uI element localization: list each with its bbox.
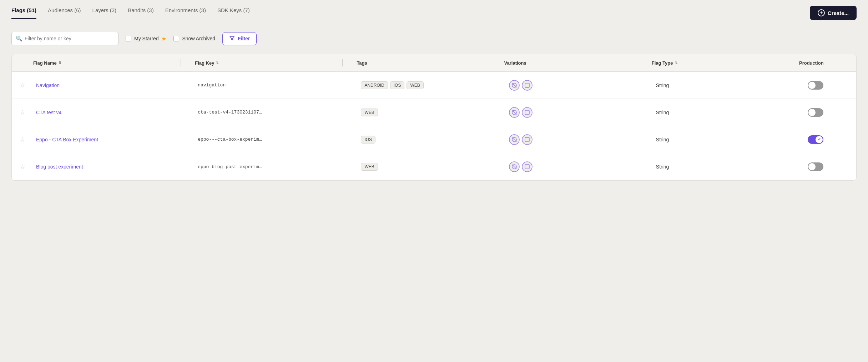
star-cell: ☆	[12, 163, 33, 171]
col-flag-key-sort[interactable]: ⇅	[216, 61, 219, 65]
production-toggle[interactable]	[808, 81, 823, 90]
variations-cell	[504, 161, 652, 172]
search-icon: 🔍	[16, 35, 22, 42]
my-starred-checkbox[interactable]	[126, 36, 131, 41]
tag-badge: WEB	[361, 109, 378, 116]
col-flag-type-label: Flag Type	[652, 60, 673, 66]
star-cell: ☆	[12, 81, 33, 89]
flag-type-cell: String	[652, 164, 799, 170]
row-star-icon[interactable]: ☆	[20, 136, 25, 144]
variation-icon-2	[521, 161, 533, 172]
toggle-knob	[808, 82, 816, 89]
flags-table: Flag Name ⇅ Flag Key ⇅ Tags Variations F…	[11, 54, 857, 181]
flag-name-link[interactable]: Navigation	[36, 82, 60, 88]
col-tags-label: Tags	[357, 60, 367, 66]
col-variations-label: Variations	[504, 60, 526, 66]
table-row: ☆ Blog post experiment eppo-blog-post-ex…	[12, 153, 856, 180]
flag-type-cell: String	[652, 137, 799, 142]
show-archived-checkbox-label[interactable]: Show Archived	[173, 36, 215, 41]
svg-point-3	[522, 80, 532, 90]
col-flag-type-sort[interactable]: ⇅	[675, 61, 678, 65]
flag-key-cell: cta-test-v4-1730231107…	[195, 110, 342, 115]
row-star-icon[interactable]: ☆	[20, 109, 25, 116]
svg-point-8	[522, 107, 532, 117]
variation-icon-1	[509, 107, 520, 118]
tag-badge: WEB	[407, 81, 423, 89]
flag-name-link[interactable]: CTA test v4	[36, 110, 61, 115]
col-tags: Tags	[357, 60, 504, 66]
tags-cell: WEB	[357, 163, 504, 171]
star-cell: ☆	[12, 136, 33, 144]
show-archived-label: Show Archived	[182, 36, 215, 41]
variation-icon-2	[521, 134, 533, 145]
search-wrapper: 🔍	[11, 32, 118, 45]
search-input[interactable]	[11, 32, 118, 45]
production-cell	[799, 108, 856, 117]
table-body: ☆ Navigation navigation ANDROIDIOSWEB St…	[12, 72, 856, 180]
col-divider-1	[181, 59, 181, 66]
production-cell	[799, 162, 856, 171]
tab-environments[interactable]: Environments (3)	[165, 7, 206, 19]
variation-icon-1	[509, 80, 520, 91]
flag-key-cell: eppo-blog-post-experim…	[195, 164, 342, 170]
variation-icon-1	[509, 134, 520, 145]
col-flag-name: Flag Name ⇅	[33, 60, 181, 66]
plus-icon: +	[818, 9, 825, 16]
col-variations: Variations	[504, 60, 652, 66]
tab-sdk-keys[interactable]: SDK Keys (7)	[217, 7, 250, 19]
filter-button-label: Filter	[238, 36, 250, 41]
page-wrapper: Flags (51)Audiences (6)Layers (3)Bandits…	[0, 0, 868, 181]
create-button[interactable]: + Create...	[810, 6, 857, 20]
show-archived-checkbox[interactable]	[173, 36, 179, 41]
flag-type-cell: String	[652, 82, 799, 88]
tag-badge: WEB	[361, 163, 378, 171]
flag-key-cell: eppo---cta-box-experim…	[195, 137, 342, 142]
col-production: Production	[799, 60, 856, 66]
flag-key-cell: navigation	[195, 82, 342, 88]
table-row: ☆ CTA test v4 cta-test-v4-1730231107… WE…	[12, 99, 856, 126]
funnel-icon	[229, 35, 235, 42]
production-cell	[799, 135, 856, 144]
tag-badge: IOS	[390, 81, 405, 89]
col-production-label: Production	[799, 60, 824, 66]
flag-name-link[interactable]: Eppo - CTA Box Experiment	[36, 137, 98, 142]
variation-icon-1	[509, 161, 520, 172]
toggle-knob	[808, 109, 816, 116]
col-flag-key-label: Flag Key	[195, 60, 214, 66]
production-toggle[interactable]	[808, 108, 823, 117]
my-starred-checkbox-label[interactable]: My Starred ★	[126, 35, 166, 42]
toggle-knob	[816, 136, 823, 143]
table-row: ☆ Navigation navigation ANDROIDIOSWEB St…	[12, 72, 856, 99]
col-divider-2	[342, 59, 343, 66]
top-nav: Flags (51)Audiences (6)Layers (3)Bandits…	[11, 0, 857, 20]
production-toggle[interactable]	[808, 135, 823, 144]
tab-flags[interactable]: Flags (51)	[11, 7, 36, 19]
flag-name-cell: Eppo - CTA Box Experiment	[33, 136, 181, 143]
flag-name-cell: CTA test v4	[33, 109, 181, 116]
tab-bandits[interactable]: Bandits (3)	[128, 7, 154, 19]
tab-layers[interactable]: Layers (3)	[92, 7, 117, 19]
svg-point-18	[522, 162, 532, 172]
col-flag-name-sort[interactable]: ⇅	[59, 61, 61, 65]
variations-cell	[504, 107, 652, 118]
my-starred-label: My Starred	[134, 36, 158, 41]
col-flag-name-label: Flag Name	[33, 60, 57, 66]
tags-cell: ANDROIDIOSWEB	[357, 81, 504, 89]
row-star-icon[interactable]: ☆	[20, 163, 25, 171]
svg-point-13	[522, 135, 532, 145]
flag-type-cell: String	[652, 110, 799, 115]
star-icon: ★	[161, 35, 166, 42]
variations-cell	[504, 80, 652, 91]
tag-badge: IOS	[361, 136, 375, 144]
tab-audiences[interactable]: Audiences (6)	[48, 7, 81, 19]
tabs-container: Flags (51)Audiences (6)Layers (3)Bandits…	[11, 7, 250, 19]
col-flag-key: Flag Key ⇅	[195, 60, 342, 66]
toggle-knob	[808, 163, 816, 170]
filter-button[interactable]: Filter	[222, 32, 257, 45]
tags-cell: IOS	[357, 136, 504, 144]
variation-icon-2	[521, 80, 533, 91]
flag-name-link[interactable]: Blog post experiment	[36, 164, 83, 170]
row-star-icon[interactable]: ☆	[20, 81, 25, 89]
tag-badge: ANDROID	[361, 81, 388, 89]
production-toggle[interactable]	[808, 162, 823, 171]
